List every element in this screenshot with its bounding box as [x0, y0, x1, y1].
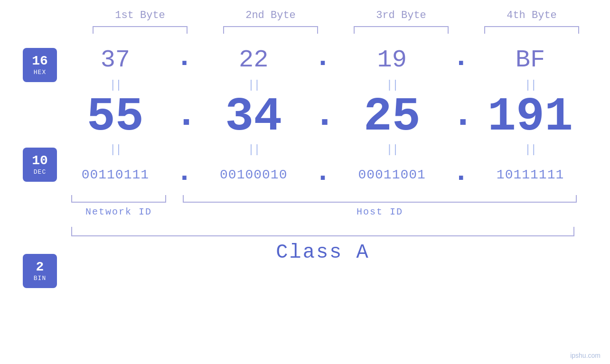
byte-labels-row: 1st Byte 2nd Byte 3rd Byte 4th Byte [75, 9, 597, 21]
watermark: ipshu.com [570, 352, 601, 359]
bin-badge-number: 2 [36, 260, 44, 275]
dec-dot-2: . [313, 96, 332, 139]
dec-byte-2: 34 [206, 93, 301, 141]
bin-value-3: 00011001 [358, 168, 425, 182]
bracket-network [71, 195, 166, 203]
bottom-brackets-area: Network ID Host ID [62, 195, 584, 217]
bin-badge: 2 BIN [23, 254, 57, 288]
bin-byte-3: 00011001 [345, 168, 440, 182]
pipe-2-2: || [206, 143, 301, 156]
hex-byte-3: 19 [345, 46, 440, 74]
pipe-1-3: || [345, 79, 440, 92]
network-id-label: Network ID [85, 206, 152, 217]
bracket-top-4 [484, 26, 579, 34]
pipe-2-1: || [68, 143, 163, 156]
dec-byte-1: 55 [68, 93, 163, 141]
host-id-label: Host ID [357, 206, 403, 217]
dec-value-2: 34 [225, 90, 282, 144]
bin-value-2: 00100010 [220, 168, 287, 182]
hex-value-2: 22 [239, 46, 268, 74]
dec-byte-3: 25 [345, 93, 440, 141]
byte-label-2: 2nd Byte [223, 9, 318, 21]
byte-label-3: 3rd Byte [354, 9, 449, 21]
dec-dot-1: . [175, 96, 194, 139]
bracket-top-1 [93, 26, 188, 34]
hex-badge: 16 HEX [23, 48, 57, 82]
hex-badge-number: 16 [32, 54, 48, 69]
host-id-section: Host ID [176, 195, 584, 217]
class-label-container: Class A [62, 241, 584, 264]
dec-badge-number: 10 [32, 154, 48, 168]
hex-value-4: BF [516, 46, 545, 74]
hex-value-3: 19 [377, 46, 406, 74]
bin-value-4: 10111111 [497, 168, 564, 182]
bin-byte-1: 00110111 [68, 168, 163, 182]
hex-row: 37 . 22 . 19 . BF [62, 43, 584, 76]
dec-value-1: 55 [87, 90, 144, 144]
dec-row: 55 . 34 . 25 . 191 [62, 93, 584, 141]
bin-badge-label: BIN [34, 275, 46, 282]
top-brackets [75, 26, 597, 34]
main-container: 1st Byte 2nd Byte 3rd Byte 4th Byte 16 H… [0, 0, 610, 364]
hex-dot-2: . [313, 43, 332, 76]
class-label: Class A [276, 241, 369, 264]
hex-byte-2: 22 [206, 46, 301, 74]
pipe-1-1: || [68, 79, 163, 92]
bin-value-1: 00110111 [82, 168, 149, 182]
bin-byte-4: 10111111 [483, 168, 578, 182]
pipe-1-4: || [483, 79, 578, 92]
pipe-1-2: || [206, 79, 301, 92]
pipe-2-3: || [345, 143, 440, 156]
bin-row: 00110111 . 00100010 . 00011001 . 1011111… [62, 158, 584, 191]
content-area: 16 HEX 10 DEC 2 BIN 37 . 22 [0, 43, 610, 317]
hex-dot-1: . [175, 43, 194, 76]
bin-dot-3: . [451, 158, 470, 191]
bracket-top-2 [223, 26, 318, 34]
bin-byte-2: 00100010 [206, 168, 301, 182]
pipe-row-2: || || || || [62, 141, 584, 158]
hex-byte-4: BF [483, 46, 578, 74]
network-id-section: Network ID [62, 195, 176, 217]
dec-dot-3: . [451, 96, 470, 139]
dec-value-4: 191 [488, 90, 573, 144]
dec-badge-label: DEC [34, 168, 46, 176]
bin-dot-1: . [175, 158, 194, 191]
values-grid: 37 . 22 . 19 . BF || || [62, 43, 610, 264]
dec-byte-4: 191 [483, 93, 578, 141]
base-badges-column: 16 HEX 10 DEC 2 BIN [0, 43, 62, 317]
hex-badge-label: HEX [34, 69, 46, 76]
hex-byte-1: 37 [68, 46, 163, 74]
dec-value-3: 25 [364, 90, 421, 144]
bin-dot-2: . [313, 158, 332, 191]
dec-badge: 10 DEC [23, 148, 57, 182]
hex-value-1: 37 [101, 46, 130, 74]
hex-dot-3: . [451, 43, 470, 76]
byte-label-1: 1st Byte [93, 9, 188, 21]
outer-bracket [71, 227, 574, 236]
pipe-2-4: || [483, 143, 578, 156]
byte-label-4: 4th Byte [484, 9, 579, 21]
bracket-top-3 [354, 26, 449, 34]
bracket-host [183, 195, 577, 203]
